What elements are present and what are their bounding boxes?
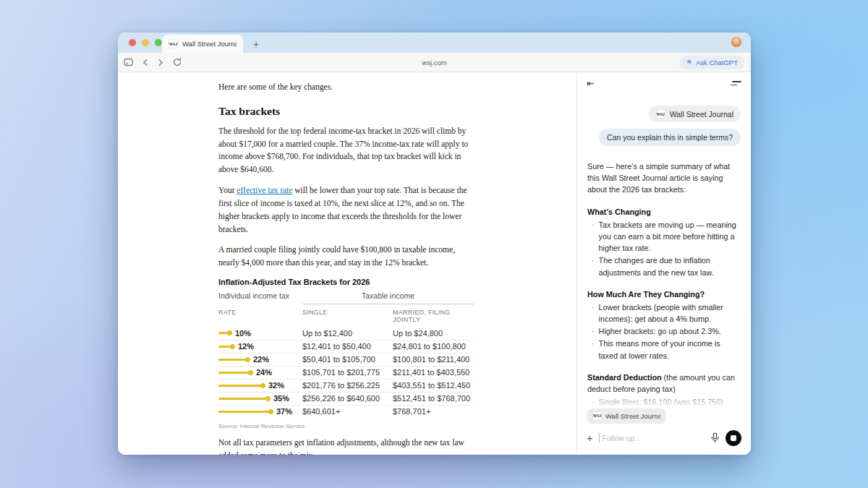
married-range: $211,401 to $403,550: [393, 368, 474, 377]
article-heading-tax-brackets: Tax brackets: [218, 105, 474, 118]
table-row: 24% $105,701 to $201,775 $211,401 to $40…: [218, 366, 474, 379]
bullet-item: ·Lower brackets (people with smaller inc…: [587, 301, 741, 325]
traffic-lights: [129, 39, 162, 46]
bullet-item: ·Tax brackets are moving up — meaning yo…: [587, 219, 741, 254]
married-range: $512,451 to $768,700: [393, 394, 474, 403]
rate-label: 37%: [276, 407, 292, 416]
browser-window: WSJ Wall Street Journal +: [118, 33, 751, 455]
rate-bar: [218, 385, 264, 387]
profile-avatar[interactable]: [731, 36, 742, 48]
bullet-item: ·The changes are due to inflation adjust…: [587, 254, 741, 278]
bullet-item: ·Single filers: $16,100 (was $15,750): [587, 396, 741, 407]
menu-icon[interactable]: [731, 81, 741, 85]
attach-plus-icon[interactable]: +: [587, 432, 593, 443]
effective-tax-rate-link[interactable]: effective tax rate: [237, 186, 292, 194]
tab-strip: WSJ Wall Street Journal +: [118, 33, 751, 53]
voice-send-button[interactable]: [726, 430, 741, 446]
assistant-intro: Sure — here’s a simple summary of what t…: [587, 160, 741, 196]
tab-title: Wall Street Journal: [182, 40, 237, 48]
single-range: $105,701 to $201,775: [302, 368, 393, 377]
article-pane[interactable]: Here are some of the key changes. Tax br…: [118, 72, 576, 455]
browser-toolbar: wsj.com ✳ Ask ChatGPT: [118, 53, 751, 72]
married-range: $100,801 to $211,400: [393, 355, 474, 364]
assistant-section: How Much Are They Changing? ·Lower brack…: [587, 288, 741, 361]
rate-bar: [218, 332, 231, 334]
bullet-item: ·This means more of your income is taxed…: [587, 338, 741, 361]
wsj-favicon-icon: WSJ: [169, 39, 178, 48]
single-range: $201,776 to $256,225: [302, 381, 393, 390]
rate-label: 22%: [253, 355, 269, 364]
married-range: Up to $24,800: [393, 329, 474, 338]
table-row: 12% $12,401 to $50,400 $24,801 to $100,8…: [218, 340, 474, 353]
bullet-item: ·Higher brackets: go up about 2.3%.: [587, 325, 741, 337]
text-caret: [599, 433, 600, 442]
col-header-married: MARRIED, FILING JOINTLY: [393, 309, 474, 323]
col-group-individual: Individual income tax: [218, 291, 302, 304]
input-placeholder: Follow up...: [600, 434, 641, 442]
table-source: Source: Internal Revenue Service: [218, 423, 474, 429]
table-row: 35% $256,226 to $640,600 $512,451 to $76…: [218, 392, 474, 405]
table-row: 22% $50,401 to $105,700 $100,801 to $211…: [218, 353, 474, 366]
article-paragraph: Not all tax parameters get inflation adj…: [218, 437, 474, 455]
chat-thread[interactable]: WSJ Wall Street Journal Can you explain …: [577, 94, 751, 407]
ask-chatgpt-button[interactable]: ✳ Ask ChatGPT: [679, 56, 745, 69]
collapse-sidebar-icon[interactable]: ⇤: [587, 79, 595, 88]
article-paragraph: Your effective tax rate will be lower th…: [218, 184, 474, 236]
chat-composer: WSJ Wall Street Journa + Follow up...: [577, 407, 751, 455]
rate-bar: [218, 346, 234, 348]
married-range: $403,551 to $512,450: [393, 381, 474, 390]
table-row: 10% Up to $12,400 Up to $24,800: [218, 327, 474, 340]
wsj-favicon-icon: WSJ: [656, 109, 665, 119]
address-bar-url[interactable]: wsj.com: [422, 59, 446, 67]
forward-icon[interactable]: [158, 59, 163, 67]
user-message-bubble: Can you explain this in simple terms?: [599, 129, 741, 146]
zoom-window-button[interactable]: [155, 39, 162, 46]
rate-label: 12%: [238, 342, 254, 351]
openai-logo-icon: ✳: [686, 59, 692, 66]
single-range: Up to $12,400: [302, 329, 393, 338]
back-icon[interactable]: [142, 59, 148, 67]
col-header-rate: RATE: [218, 309, 302, 323]
sidebar-header: ⇤: [577, 72, 751, 94]
rate-bar: [218, 411, 272, 413]
tab-overview-icon[interactable]: [124, 58, 133, 67]
rate-bar: [218, 372, 252, 374]
rate-label: 35%: [273, 394, 289, 403]
married-range: $768,701+: [393, 407, 474, 416]
minimize-window-button[interactable]: [142, 39, 149, 46]
single-range: $12,401 to $50,400: [302, 342, 393, 351]
context-chip[interactable]: WSJ Wall Street Journa: [587, 408, 666, 424]
single-range: $256,226 to $640,600: [302, 394, 393, 403]
close-window-button[interactable]: [129, 39, 136, 46]
assistant-section: Standard Deduction (the amount you can d…: [587, 372, 741, 407]
tax-brackets-table: Inflation-Adjusted Tax Brackets for 2026…: [218, 278, 474, 429]
rate-label: 32%: [268, 381, 284, 390]
married-range: $24,801 to $100,800: [393, 342, 474, 351]
rate-label: 10%: [235, 329, 251, 338]
table-row: 37% $640,601+ $768,701+: [218, 405, 474, 418]
article-paragraph: A married couple filing jointly could ha…: [218, 244, 474, 270]
table-row: 32% $201,776 to $256,225 $403,551 to $51…: [218, 379, 474, 392]
table-title: Inflation-Adjusted Tax Brackets for 2026: [218, 278, 474, 286]
article-paragraph: The threshold for the top federal income…: [218, 125, 474, 176]
rate-bar: [218, 359, 249, 361]
assistant-message: Sure — here’s a simple summary of what t…: [587, 160, 741, 407]
rate-bar: [218, 398, 269, 400]
col-group-taxable-income: Taxable income: [302, 291, 474, 304]
single-range: $640,601+: [302, 407, 393, 416]
wsj-favicon-icon: WSJ: [592, 411, 602, 421]
assistant-section: What’s Changing ·Tax brackets are moving…: [587, 206, 741, 278]
reload-icon[interactable]: [173, 58, 182, 67]
follow-up-input[interactable]: Follow up...: [599, 433, 705, 442]
new-tab-button[interactable]: +: [253, 39, 259, 49]
single-range: $50,401 to $105,700: [302, 355, 393, 364]
rate-label: 24%: [256, 368, 272, 377]
article-intro: Here are some of the key changes.: [218, 81, 474, 94]
microphone-icon[interactable]: [710, 432, 720, 443]
source-pill[interactable]: WSJ Wall Street Journal: [649, 106, 741, 122]
chatgpt-sidebar: ⇤ WSJ Wall Street Journal Can you explai…: [576, 72, 751, 455]
stop-icon: [731, 435, 736, 441]
col-header-single: SINGLE: [302, 309, 393, 323]
tab-wall-street-journal[interactable]: WSJ Wall Street Journal: [162, 35, 243, 53]
